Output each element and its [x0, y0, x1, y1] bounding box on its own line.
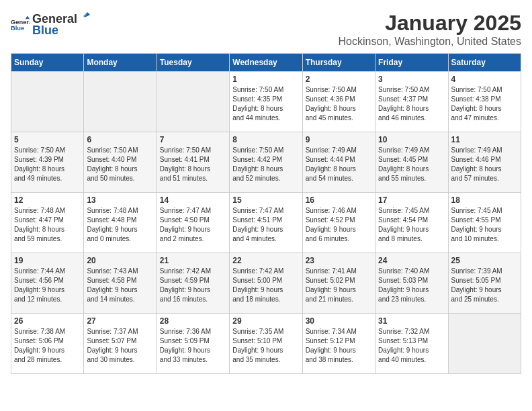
column-header-wednesday: Wednesday: [230, 54, 302, 72]
day-info: Sunrise: 7:32 AM Sunset: 5:13 PM Dayligh…: [378, 327, 445, 365]
calendar-cell: 6Sunrise: 7:50 AM Sunset: 4:40 PM Daylig…: [84, 132, 157, 193]
calendar-cell: 18Sunrise: 7:45 AM Sunset: 4:55 PM Dayli…: [448, 193, 521, 253]
day-number: 17: [378, 195, 445, 205]
calendar-cell: 25Sunrise: 7:39 AM Sunset: 5:05 PM Dayli…: [448, 253, 521, 314]
day-number: 16: [306, 195, 372, 205]
day-info: Sunrise: 7:37 AM Sunset: 5:07 PM Dayligh…: [87, 327, 153, 365]
day-number: 12: [14, 195, 81, 205]
calendar-cell: 1Sunrise: 7:50 AM Sunset: 4:35 PM Daylig…: [230, 72, 302, 132]
day-number: 4: [451, 75, 518, 84]
calendar-cell: 26Sunrise: 7:38 AM Sunset: 5:06 PM Dayli…: [11, 314, 84, 374]
day-info: Sunrise: 7:43 AM Sunset: 4:58 PM Dayligh…: [87, 267, 153, 304]
day-info: Sunrise: 7:46 AM Sunset: 4:52 PM Dayligh…: [306, 206, 372, 244]
day-number: 29: [232, 316, 299, 326]
day-info: Sunrise: 7:41 AM Sunset: 5:02 PM Dayligh…: [306, 267, 372, 304]
calendar-subtitle: Hockinson, Washington, United States: [339, 36, 521, 48]
calendar-table: SundayMondayTuesdayWednesdayThursdayFrid…: [11, 53, 521, 374]
calendar-cell: 10Sunrise: 7:49 AM Sunset: 4:45 PM Dayli…: [375, 132, 448, 193]
day-number: 2: [306, 75, 372, 84]
day-info: Sunrise: 7:50 AM Sunset: 4:39 PM Dayligh…: [14, 146, 81, 183]
title-block: January 2025 Hockinson, Washington, Unit…: [339, 11, 521, 48]
day-number: 18: [451, 195, 518, 205]
day-info: Sunrise: 7:42 AM Sunset: 4:59 PM Dayligh…: [160, 267, 226, 304]
calendar-cell: [11, 72, 84, 132]
calendar-cell: 17Sunrise: 7:45 AM Sunset: 4:54 PM Dayli…: [375, 193, 448, 253]
day-number: 15: [232, 195, 299, 205]
day-number: 1: [232, 75, 299, 84]
calendar-cell: 23Sunrise: 7:41 AM Sunset: 5:02 PM Dayli…: [302, 253, 375, 314]
svg-text:General: General: [11, 19, 30, 26]
day-info: Sunrise: 7:34 AM Sunset: 5:12 PM Dayligh…: [306, 327, 372, 365]
column-header-friday: Friday: [375, 54, 448, 72]
calendar-cell: 5Sunrise: 7:50 AM Sunset: 4:39 PM Daylig…: [11, 132, 84, 193]
calendar-cell: 29Sunrise: 7:35 AM Sunset: 5:10 PM Dayli…: [230, 314, 302, 374]
day-number: 11: [451, 135, 518, 144]
day-info: Sunrise: 7:45 AM Sunset: 4:54 PM Dayligh…: [378, 206, 445, 244]
day-number: 24: [378, 256, 445, 265]
day-info: Sunrise: 7:36 AM Sunset: 5:09 PM Dayligh…: [160, 327, 226, 365]
day-info: Sunrise: 7:47 AM Sunset: 4:51 PM Dayligh…: [232, 206, 299, 244]
calendar-cell: 3Sunrise: 7:50 AM Sunset: 4:37 PM Daylig…: [375, 72, 448, 132]
column-header-tuesday: Tuesday: [157, 54, 229, 72]
day-info: Sunrise: 7:45 AM Sunset: 4:55 PM Dayligh…: [451, 206, 518, 244]
day-number: 5: [14, 135, 81, 144]
day-info: Sunrise: 7:47 AM Sunset: 4:50 PM Dayligh…: [160, 206, 226, 244]
day-info: Sunrise: 7:48 AM Sunset: 4:48 PM Dayligh…: [87, 206, 153, 244]
calendar-cell: 4Sunrise: 7:50 AM Sunset: 4:38 PM Daylig…: [448, 72, 521, 132]
day-number: 23: [306, 256, 372, 265]
day-number: 26: [14, 316, 81, 326]
day-number: 20: [87, 256, 153, 265]
calendar-cell: 24Sunrise: 7:40 AM Sunset: 5:03 PM Dayli…: [375, 253, 448, 314]
header-row: SundayMondayTuesdayWednesdayThursdayFrid…: [11, 54, 521, 72]
day-number: 22: [232, 256, 299, 265]
calendar-cell: 30Sunrise: 7:34 AM Sunset: 5:12 PM Dayli…: [302, 314, 375, 374]
day-info: Sunrise: 7:44 AM Sunset: 4:56 PM Dayligh…: [14, 267, 81, 304]
calendar-cell: 20Sunrise: 7:43 AM Sunset: 4:58 PM Dayli…: [84, 253, 157, 314]
day-number: 21: [160, 256, 226, 265]
calendar-cell: 9Sunrise: 7:49 AM Sunset: 4:44 PM Daylig…: [302, 132, 375, 193]
week-row-4: 19Sunrise: 7:44 AM Sunset: 4:56 PM Dayli…: [11, 253, 521, 314]
calendar-cell: 11Sunrise: 7:49 AM Sunset: 4:46 PM Dayli…: [448, 132, 521, 193]
day-info: Sunrise: 7:39 AM Sunset: 5:05 PM Dayligh…: [451, 267, 518, 304]
svg-marker-1: [26, 16, 30, 19]
day-number: 8: [232, 135, 299, 144]
calendar-cell: 13Sunrise: 7:48 AM Sunset: 4:48 PM Dayli…: [84, 193, 157, 253]
column-header-saturday: Saturday: [448, 54, 521, 72]
day-number: 25: [451, 256, 518, 265]
calendar-cell: 27Sunrise: 7:37 AM Sunset: 5:07 PM Dayli…: [84, 314, 157, 374]
calendar-cell: 7Sunrise: 7:50 AM Sunset: 4:41 PM Daylig…: [157, 132, 229, 193]
day-number: 10: [378, 135, 445, 144]
day-info: Sunrise: 7:50 AM Sunset: 4:36 PM Dayligh…: [306, 85, 372, 123]
calendar-cell: 22Sunrise: 7:42 AM Sunset: 5:00 PM Dayli…: [230, 253, 302, 314]
week-row-1: 1Sunrise: 7:50 AM Sunset: 4:35 PM Daylig…: [11, 72, 521, 132]
day-info: Sunrise: 7:50 AM Sunset: 4:40 PM Dayligh…: [87, 146, 153, 183]
day-info: Sunrise: 7:49 AM Sunset: 4:45 PM Dayligh…: [378, 146, 445, 183]
day-number: 28: [160, 316, 226, 326]
calendar-cell: 16Sunrise: 7:46 AM Sunset: 4:52 PM Dayli…: [302, 193, 375, 253]
day-info: Sunrise: 7:35 AM Sunset: 5:10 PM Dayligh…: [232, 327, 299, 365]
day-info: Sunrise: 7:40 AM Sunset: 5:03 PM Dayligh…: [378, 267, 445, 304]
day-number: 9: [306, 135, 372, 144]
day-number: 27: [87, 316, 153, 326]
logo: General Blue General Blue: [11, 11, 91, 38]
day-info: Sunrise: 7:50 AM Sunset: 4:38 PM Dayligh…: [451, 85, 518, 123]
svg-text:Blue: Blue: [11, 25, 24, 32]
calendar-cell: 2Sunrise: 7:50 AM Sunset: 4:36 PM Daylig…: [302, 72, 375, 132]
calendar-cell: 8Sunrise: 7:50 AM Sunset: 4:42 PM Daylig…: [230, 132, 302, 193]
day-info: Sunrise: 7:50 AM Sunset: 4:35 PM Dayligh…: [232, 85, 299, 123]
calendar-title: January 2025: [339, 11, 521, 36]
day-number: 19: [14, 256, 81, 265]
day-info: Sunrise: 7:50 AM Sunset: 4:42 PM Dayligh…: [232, 146, 299, 183]
day-info: Sunrise: 7:49 AM Sunset: 4:44 PM Dayligh…: [306, 146, 372, 183]
day-info: Sunrise: 7:42 AM Sunset: 5:00 PM Dayligh…: [232, 267, 299, 304]
page-header: General Blue General Blue January 2025 H…: [11, 11, 521, 48]
day-number: 14: [160, 195, 226, 205]
day-info: Sunrise: 7:49 AM Sunset: 4:46 PM Dayligh…: [451, 146, 518, 183]
week-row-3: 12Sunrise: 7:48 AM Sunset: 4:47 PM Dayli…: [11, 193, 521, 253]
column-header-monday: Monday: [84, 54, 157, 72]
calendar-cell: 12Sunrise: 7:48 AM Sunset: 4:47 PM Dayli…: [11, 193, 84, 253]
column-header-sunday: Sunday: [11, 54, 84, 72]
day-info: Sunrise: 7:50 AM Sunset: 4:37 PM Dayligh…: [378, 85, 445, 123]
calendar-cell: 19Sunrise: 7:44 AM Sunset: 4:56 PM Dayli…: [11, 253, 84, 314]
logo-bird-icon: [78, 11, 90, 23]
